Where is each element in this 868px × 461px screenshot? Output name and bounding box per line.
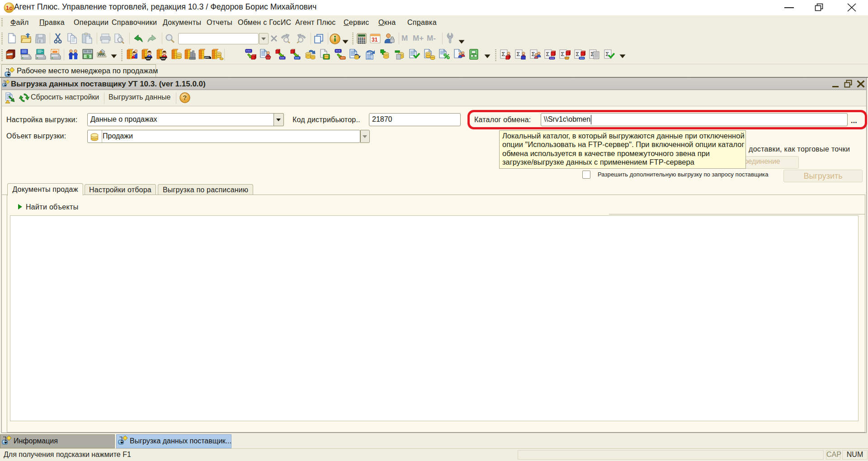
svg-text:?: ?: [183, 94, 187, 101]
svg-text:Σ: Σ: [532, 51, 535, 57]
svg-text:1с: 1с: [6, 5, 12, 11]
svg-text:Σ: Σ: [502, 51, 505, 57]
svg-text:31: 31: [372, 37, 378, 43]
svg-text:Σ: Σ: [546, 51, 550, 57]
svg-text:Σ: Σ: [517, 51, 520, 57]
svg-text:$: $: [87, 54, 89, 59]
svg-text:Σ: Σ: [561, 51, 565, 57]
svg-text:Σ: Σ: [576, 51, 580, 57]
